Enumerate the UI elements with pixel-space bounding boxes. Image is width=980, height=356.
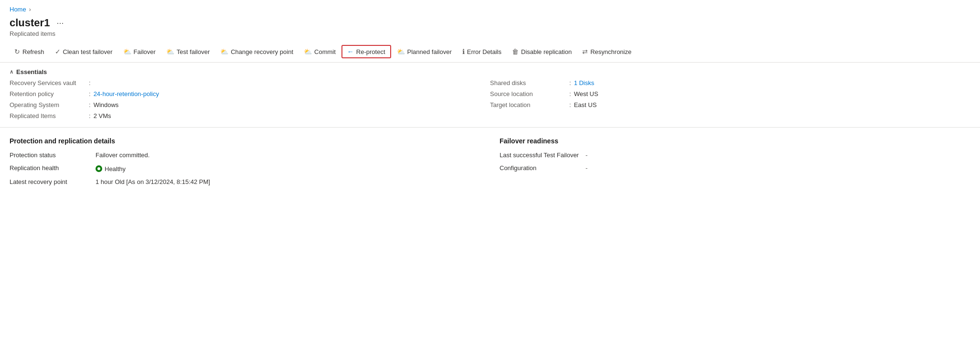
vault-label: Recovery Services vault bbox=[10, 79, 86, 86]
shared-disks-value-link[interactable]: 1 Disks bbox=[574, 79, 595, 86]
breadcrumb: Home › bbox=[0, 0, 980, 15]
breadcrumb-separator: › bbox=[29, 6, 31, 13]
page-header: cluster1 ··· Replicated items bbox=[0, 15, 980, 41]
health-indicator-icon bbox=[96, 165, 102, 172]
replicated-items-sep: : bbox=[89, 112, 91, 119]
clean-test-failover-button[interactable]: ✓ Clean test failover bbox=[50, 45, 117, 58]
sync-icon: ⇄ bbox=[582, 48, 588, 55]
last-test-failover-label: Last successful Test Failover bbox=[500, 151, 586, 159]
chevron-up-icon: ∧ bbox=[10, 69, 13, 75]
essentials-row-replicated-items: Replicated Items : 2 VMs bbox=[10, 112, 490, 119]
replication-health-label: Replication health bbox=[10, 164, 96, 172]
refresh-icon: ↻ bbox=[14, 48, 20, 55]
retention-label: Retention policy bbox=[10, 90, 86, 97]
page-subtitle: Replicated items bbox=[10, 30, 970, 37]
latest-recovery-point-value: 1 hour Old [As on 3/12/2024, 8:15:42 PM] bbox=[96, 178, 210, 185]
clean-test-failover-label: Clean test failover bbox=[63, 48, 113, 55]
disable-replication-label: Disable replication bbox=[521, 48, 572, 55]
target-location-sep: : bbox=[569, 101, 571, 108]
replicated-items-value: 2 VMs bbox=[94, 112, 111, 119]
essentials-row-target-location: Target location : East US bbox=[490, 101, 970, 108]
essentials-row-retention: Retention policy : 24-hour-retention-pol… bbox=[10, 90, 490, 97]
last-test-failover-value: - bbox=[586, 151, 587, 159]
vault-sep: : bbox=[89, 79, 91, 86]
disable-replication-button[interactable]: 🗑 Disable replication bbox=[507, 45, 576, 58]
essentials-left-col: Recovery Services vault : Retention poli… bbox=[10, 79, 490, 119]
protection-details-col: Protection and replication details Prote… bbox=[10, 137, 480, 191]
planned-failover-button[interactable]: ⛅ Planned failover bbox=[392, 45, 457, 58]
latest-recovery-point-row: Latest recovery point 1 hour Old [As on … bbox=[10, 178, 480, 185]
essentials-grid: Recovery Services vault : Retention poli… bbox=[0, 79, 980, 128]
commit-label: Commit bbox=[314, 48, 336, 55]
essentials-section-header: ∧ Essentials bbox=[0, 63, 980, 79]
health-dot-inner bbox=[97, 167, 100, 170]
failover-label: Failover bbox=[134, 48, 156, 55]
resynchronize-label: Resynchronize bbox=[590, 48, 631, 55]
essentials-row-os: Operating System : Windows bbox=[10, 101, 490, 108]
shared-disks-label: Shared disks bbox=[490, 79, 566, 86]
refresh-label: Refresh bbox=[22, 48, 44, 55]
cloud-icon-failover: ⛅ bbox=[123, 48, 131, 55]
protection-status-row: Protection status Failover committed. bbox=[10, 151, 480, 159]
commit-button[interactable]: ⛅ Commit bbox=[299, 45, 341, 58]
breadcrumb-home[interactable]: Home bbox=[10, 6, 26, 13]
planned-failover-label: Planned failover bbox=[407, 48, 452, 55]
essentials-row-shared-disks: Shared disks : 1 Disks bbox=[490, 79, 970, 86]
change-recovery-point-button[interactable]: ⛅ Change recovery point bbox=[215, 45, 298, 58]
info-icon: ℹ bbox=[462, 48, 465, 55]
toolbar: ↻ Refresh ✓ Clean test failover ⛅ Failov… bbox=[0, 41, 980, 63]
replication-health-row: Replication health Healthy bbox=[10, 164, 480, 173]
last-successful-test-failover-row: Last successful Test Failover - bbox=[500, 151, 970, 159]
change-recovery-point-label: Change recovery point bbox=[231, 48, 293, 55]
essentials-title: Essentials bbox=[16, 68, 47, 76]
test-failover-label: Test failover bbox=[177, 48, 210, 55]
essentials-row-source-location: Source location : West US bbox=[490, 90, 970, 97]
replication-health-value: Healthy bbox=[105, 165, 126, 173]
re-protect-button[interactable]: ← Re-protect bbox=[341, 45, 391, 58]
test-failover-button[interactable]: ⛅ Test failover bbox=[161, 45, 214, 58]
failover-readiness-col: Failover readiness Last successful Test … bbox=[500, 137, 970, 191]
protection-status-value: Failover committed. bbox=[96, 151, 149, 159]
essentials-right-col: Shared disks : 1 Disks Source location :… bbox=[490, 79, 970, 119]
os-label: Operating System bbox=[10, 101, 86, 108]
error-details-button[interactable]: ℹ Error Details bbox=[458, 45, 506, 58]
cloud-icon-test-failover: ⛅ bbox=[166, 48, 174, 55]
error-details-label: Error Details bbox=[467, 48, 501, 55]
checkmark-icon: ✓ bbox=[55, 48, 61, 55]
protection-status-label: Protection status bbox=[10, 151, 96, 159]
os-value: Windows bbox=[94, 101, 119, 108]
cloud-icon-recovery: ⛅ bbox=[220, 48, 228, 55]
retention-sep: : bbox=[89, 90, 91, 97]
failover-button[interactable]: ⛅ Failover bbox=[118, 45, 160, 58]
source-location-value: West US bbox=[574, 90, 598, 97]
essentials-row-vault: Recovery Services vault : bbox=[10, 79, 490, 86]
refresh-button[interactable]: ↻ Refresh bbox=[10, 45, 49, 58]
details-section: Protection and replication details Prote… bbox=[0, 128, 980, 201]
cloud-icon-planned: ⛅ bbox=[397, 48, 405, 55]
configuration-value: - bbox=[586, 164, 587, 172]
health-badge: Healthy bbox=[96, 165, 126, 173]
replicated-items-label: Replicated Items bbox=[10, 112, 86, 119]
ellipsis-button[interactable]: ··· bbox=[53, 17, 66, 29]
configuration-label: Configuration bbox=[500, 164, 586, 172]
page-title: cluster1 bbox=[10, 17, 50, 29]
protection-details-title: Protection and replication details bbox=[10, 137, 480, 145]
target-location-value: East US bbox=[574, 101, 597, 108]
trash-icon: 🗑 bbox=[512, 48, 519, 55]
configuration-row: Configuration - bbox=[500, 164, 970, 172]
shared-disks-sep: : bbox=[569, 79, 571, 86]
os-sep: : bbox=[89, 101, 91, 108]
failover-readiness-title: Failover readiness bbox=[500, 137, 970, 145]
re-protect-label: Re-protect bbox=[356, 48, 385, 55]
retention-value-link[interactable]: 24-hour-retention-policy bbox=[94, 90, 159, 97]
source-location-sep: : bbox=[569, 90, 571, 97]
target-location-label: Target location bbox=[490, 101, 566, 108]
latest-recovery-point-label: Latest recovery point bbox=[10, 178, 96, 185]
source-location-label: Source location bbox=[490, 90, 566, 97]
resynchronize-button[interactable]: ⇄ Resynchronize bbox=[577, 45, 636, 58]
arrow-left-icon: ← bbox=[347, 48, 354, 55]
cloud-icon-commit: ⛅ bbox=[304, 48, 312, 55]
